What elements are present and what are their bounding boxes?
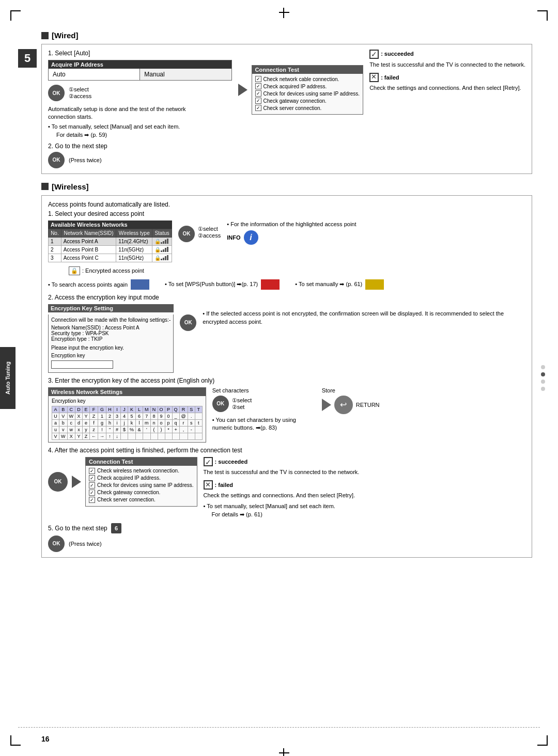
wired-step1-label: 1. Select [Auto] (48, 50, 232, 57)
blue-button[interactable] (131, 279, 149, 290)
side-tab: Auto Tuning (0, 347, 16, 409)
wired-step2-label: 2. Go to the next step (48, 143, 232, 150)
table-row: 2 Access Point B 11n(5GHz) 🔒 (49, 245, 172, 254)
return-button[interactable]: ↩ (334, 396, 353, 414)
wireless-failed-desc: Check the settings and connections. And … (204, 492, 525, 499)
auto-option[interactable]: Auto (49, 69, 140, 80)
wct-check-2: ✓ (89, 475, 95, 481)
wireless-buttons-row: • To search access points again • To set… (48, 279, 525, 290)
side-dot-1 (541, 365, 545, 369)
td-1-no: 1 (49, 237, 61, 245)
set-chars-ok-button[interactable]: OK (212, 396, 229, 412)
wired-ok-button[interactable]: OK (48, 85, 65, 101)
wct-item-2: ✓ Check acquired IP address. (89, 475, 194, 481)
enc-field-label: Encryption key (51, 353, 171, 358)
td-3-status: 🔒 (152, 254, 172, 262)
kb-row-3: abcdefghijklmnopqrst (52, 419, 203, 426)
wireless-failed-label: : failed (215, 481, 233, 490)
wireless-manual-note: • To set manually, select [Manual] and s… (204, 502, 525, 511)
td-2-ssid: Access Point B (61, 245, 116, 254)
info-btn-label: INFO (227, 234, 240, 241)
td-3-no: 3 (49, 254, 61, 262)
corner-mark-tl (10, 10, 21, 21)
wired-section: 1. Select [Auto] Acquire IP Address Auto… (41, 44, 532, 174)
ct-item-1: ✓ Check network cable connection. (255, 76, 360, 82)
red-button[interactable] (261, 279, 280, 290)
wireless-step6: 6 (111, 523, 121, 533)
wireless-ct2-title: Connection Test (86, 458, 197, 466)
wireless-ct2: Connection Test ✓ Check wireless network… (85, 457, 197, 507)
wireless-succeeded-row: : succeeded (204, 457, 525, 466)
wireless-ok-col: OK ①select ②access (178, 226, 221, 242)
wireless-ok-button[interactable]: OK (178, 226, 195, 242)
enc-key-title: Encryption Key Setting (48, 304, 174, 312)
corner-mark-br (537, 735, 548, 746)
wired-ct-body: ✓ Check network cable connection. ✓ Chec… (252, 74, 363, 114)
lock-icon: 🔒 (69, 266, 80, 275)
wired-check-icon (369, 50, 379, 59)
wired-manual-desc: • To set manually, select [Manual] and s… (48, 123, 193, 130)
info-circle-icon[interactable]: i (244, 230, 258, 245)
wct-item-3: ✓ Check for devices using same IP addres… (89, 482, 194, 489)
side-dot-3 (541, 380, 545, 384)
side-tab-label: Auto Tuning (5, 361, 11, 395)
kb-row-1: ABCDEFGHIJKLMNOPQRST (52, 406, 203, 413)
acquire-ip-title: Acquire IP Address (49, 60, 231, 69)
ct-item-3: ✓ Check for devices using same IP addres… (255, 90, 360, 97)
wired-access-label: ②access (69, 93, 91, 100)
manual-option[interactable]: Manual (140, 69, 231, 80)
search-again-label: • To search access points again (48, 281, 128, 288)
wireless-info-row: INFO i (227, 230, 356, 245)
kb-row-5: VWXYZ←→↑↓ (52, 433, 203, 439)
kb-row-4: uvwxyz!"#$%&'()*+,- (52, 426, 203, 433)
wireless-header: [Wireless] (41, 182, 532, 191)
available-networks-title: Available Wireless Networks (48, 220, 172, 229)
wps-label: • To set [WPS(Push button)] ➡(p. 17) (165, 281, 258, 288)
wct-check-4: ✓ (89, 490, 95, 496)
set-chars-labels: ①select ②set (232, 397, 252, 411)
wct-item-4: ✓ Check gateway connection. (89, 490, 194, 496)
ct-check-3: ✓ (255, 90, 261, 97)
set-chars-ok-row: OK ①select ②set (212, 396, 316, 412)
wired-title-text: [Wired] (52, 31, 79, 40)
wps-col: • To set [WPS(Push button)] ➡(p. 17) (165, 279, 280, 290)
wireless-step4-row: OK Connection Test ✓ Check wireless netw… (48, 457, 525, 519)
wireless-press-twice-row: OK (Press twice) (48, 536, 525, 552)
wct-item-1-text: Check wireless network connection. (97, 468, 179, 474)
td-2-no: 2 (49, 245, 61, 254)
wired-arrow-ct: Connection Test ✓ Check network cable co… (238, 65, 364, 115)
wct-check-1: ✓ (89, 468, 95, 474)
wireless-square-icon (41, 183, 49, 190)
wired-select-access: ①select ②access (69, 86, 91, 100)
wct-item-4-text: Check gateway connection. (97, 490, 160, 495)
search-again-col: • To search access points again (48, 279, 149, 290)
enc-key-input[interactable] (51, 360, 113, 369)
store-col: Store ↩ RETURN (322, 387, 380, 414)
set-chars-set: ②set (232, 404, 252, 411)
wired-arrow-icon (238, 84, 247, 96)
encrypted-label-row: 🔒 : Encrypted access point (69, 266, 525, 275)
yellow-button[interactable] (365, 279, 384, 290)
enc-ok-button[interactable]: OK (180, 314, 196, 331)
manually-label: • To set manually ➡ (p. 61) (295, 281, 362, 288)
kb-A[interactable]: A (52, 406, 59, 413)
ct-item-4-text: Check gateway connection. (264, 98, 327, 104)
enc-line6: Please input the encryption key. (51, 345, 171, 351)
wireless-x-icon (204, 480, 213, 490)
th-type: Wireless type (116, 229, 152, 237)
wireless-step2: 2. Access the encryption key input mode (48, 294, 525, 301)
ct-item-5-text: Check server connection. (264, 105, 322, 111)
wireless-info-desc: • For the information of the highlighted… (227, 220, 356, 228)
enc-line2: Network Name(SSID) : Access Point A (51, 325, 171, 330)
wired-succeeded-label: : succeeded (381, 50, 414, 58)
wireless-ok-button-final[interactable]: OK (48, 536, 65, 552)
encrypted-label: : Encrypted access point (82, 267, 144, 274)
acquire-ip-options: Auto Manual (49, 69, 231, 80)
page-number: 16 (41, 735, 50, 743)
wireless-step4-ok-button[interactable]: OK (48, 472, 68, 492)
td-3-type: 11n(5GHz) (116, 254, 152, 262)
wired-failed-desc: Check the settings and connections. And … (369, 84, 525, 92)
enc-line4: Encryption type : TKIP (51, 336, 171, 342)
wired-select-label: ①select (69, 86, 91, 93)
wired-ok-button-2[interactable]: OK (48, 152, 65, 168)
